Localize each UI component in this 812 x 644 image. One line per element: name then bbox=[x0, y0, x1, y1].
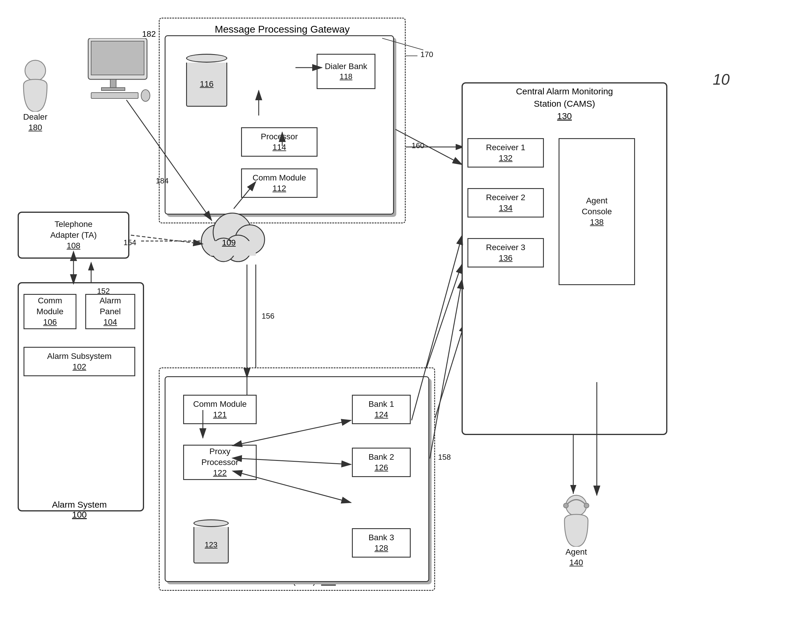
cams-receiver2-box: Receiver 2 134 bbox=[467, 188, 544, 218]
telephone-adapter-box: Telephone Adapter (TA) 108 bbox=[18, 212, 129, 259]
pts-proxy-processor-box: Proxy Processor 122 bbox=[183, 445, 256, 480]
svg-point-35 bbox=[563, 503, 568, 508]
svg-point-36 bbox=[584, 503, 589, 508]
svg-rect-31 bbox=[101, 88, 125, 90]
svg-rect-32 bbox=[91, 93, 138, 98]
diagram: 10 Message Processing Gateway (MPG) 110 … bbox=[0, 0, 812, 644]
svg-rect-29 bbox=[91, 41, 144, 75]
svg-point-33 bbox=[141, 90, 150, 101]
pts-bank3-box: Bank 3 128 bbox=[352, 528, 411, 558]
computer-ref: 182 bbox=[142, 29, 156, 39]
ref-152: 152 bbox=[97, 287, 110, 296]
dealer-figure: Dealer 180 bbox=[18, 59, 53, 133]
dealer-computer: 182 bbox=[82, 38, 153, 104]
ref-170: 170 bbox=[420, 50, 433, 59]
svg-point-34 bbox=[566, 495, 586, 516]
mpg-inner-box: 116 Dialer Bank 118 Processor 114 Comm M… bbox=[165, 35, 394, 215]
ref-184: 184 bbox=[156, 176, 168, 185]
pts-db: 123 bbox=[192, 519, 230, 563]
mpg-processor-box: Processor 114 bbox=[241, 127, 317, 157]
pts-bank1-box: Bank 1 124 bbox=[352, 395, 411, 424]
cams-title: Central Alarm Monitoring Station (CAMS) … bbox=[467, 85, 661, 122]
ref-154: 154 bbox=[124, 238, 136, 247]
diagram-number: 10 bbox=[713, 70, 730, 88]
cloud-network bbox=[194, 206, 270, 264]
cloud-ref: 109 bbox=[222, 238, 236, 247]
ref-158: 158 bbox=[438, 453, 451, 462]
pts-comm-module-box: Comm Module 121 bbox=[183, 395, 256, 424]
agent-figure: Agent 140 bbox=[559, 494, 594, 568]
ref-156: 156 bbox=[262, 311, 274, 320]
cams-receiver1-box: Receiver 1 132 bbox=[467, 138, 544, 168]
alarm-panel-box: Alarm Panel 104 bbox=[85, 294, 135, 329]
alarm-system-label: Alarm System 100 bbox=[23, 500, 135, 520]
pts-inner-box: Comm Module 121 Proxy Processor 122 123 … bbox=[165, 376, 429, 582]
cams-agent-console-box: Agent Console 138 bbox=[559, 138, 635, 285]
svg-line-40 bbox=[131, 235, 203, 244]
alarm-subsystem-box: Alarm Subsystem 102 bbox=[23, 347, 135, 376]
alarm-comm-module-box: Comm Module 106 bbox=[23, 294, 76, 329]
ref-160: 160 bbox=[412, 141, 424, 150]
mpg-db: 116 bbox=[183, 54, 230, 107]
pts-bank2-box: Bank 2 126 bbox=[352, 448, 411, 477]
svg-rect-30 bbox=[110, 79, 116, 88]
mpg-comm-module-box: Comm Module 112 bbox=[241, 168, 317, 198]
cams-receiver3-box: Receiver 3 136 bbox=[467, 238, 544, 267]
dialer-bank-box: Dialer Bank 118 bbox=[317, 54, 375, 89]
svg-point-27 bbox=[25, 60, 46, 81]
